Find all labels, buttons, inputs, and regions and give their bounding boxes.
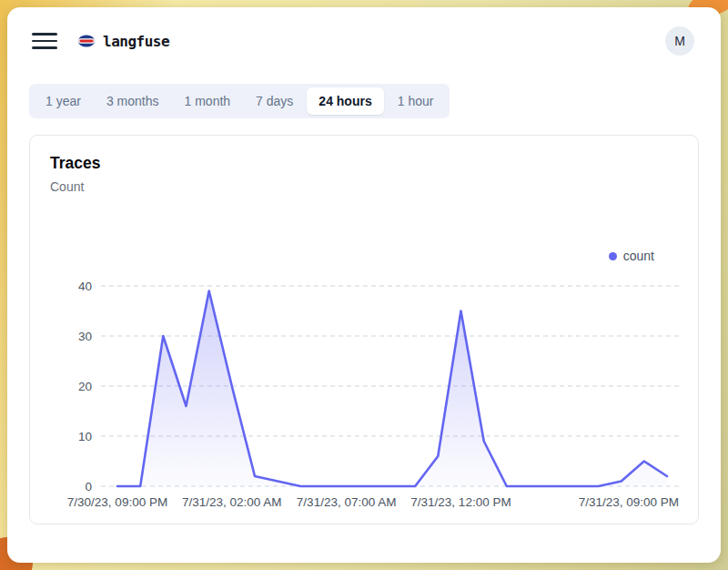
x-tick-label: 7/31/23, 07:00 AM [297, 495, 397, 509]
chart-subtitle: Count [50, 179, 84, 194]
app-window: langfuse M 1 year3 months1 month7 days24… [7, 7, 721, 563]
tab-1-month[interactable]: 1 month [173, 87, 243, 115]
x-tick-label: 7/31/23, 12:00 PM [410, 495, 511, 509]
tab-1-hour[interactable]: 1 hour [386, 87, 446, 115]
y-tick-label: 10 [78, 430, 92, 443]
hamburger-menu-icon[interactable] [32, 31, 57, 51]
brand-wordmark: langfuse [103, 33, 169, 50]
count-area [117, 291, 667, 487]
y-tick-label: 40 [78, 280, 92, 293]
tab-1-year[interactable]: 1 year [34, 87, 93, 115]
x-tick-label: 7/31/23, 09:00 PM [579, 495, 679, 509]
app-header: langfuse M [7, 7, 721, 75]
user-avatar[interactable]: M [665, 26, 694, 56]
traces-chart-card: Traces Count count 0102030407/30/23, 09:… [29, 135, 699, 524]
desktop: { "header": { "brand": "langfuse", "avat… [0, 0, 728, 570]
y-tick-label: 0 [85, 480, 92, 494]
y-tick-label: 20 [78, 380, 92, 393]
tab-24-hours[interactable]: 24 hours [307, 87, 383, 115]
x-tick-label: 7/31/23, 02:00 AM [182, 495, 282, 509]
y-tick-label: 30 [78, 330, 92, 343]
time-range-tabs: 1 year3 months1 month7 days24 hours1 hou… [29, 84, 450, 118]
x-tick-label: 7/30/23, 09:00 PM [67, 495, 167, 509]
tab-7-days[interactable]: 7 days [244, 87, 305, 115]
chart-title: Traces [50, 154, 100, 173]
tab-3-months[interactable]: 3 months [95, 87, 171, 115]
langfuse-logo-icon [77, 34, 96, 48]
traces-chart-svg: 0102030407/30/23, 09:00 PM7/31/23, 02:00… [30, 227, 700, 518]
